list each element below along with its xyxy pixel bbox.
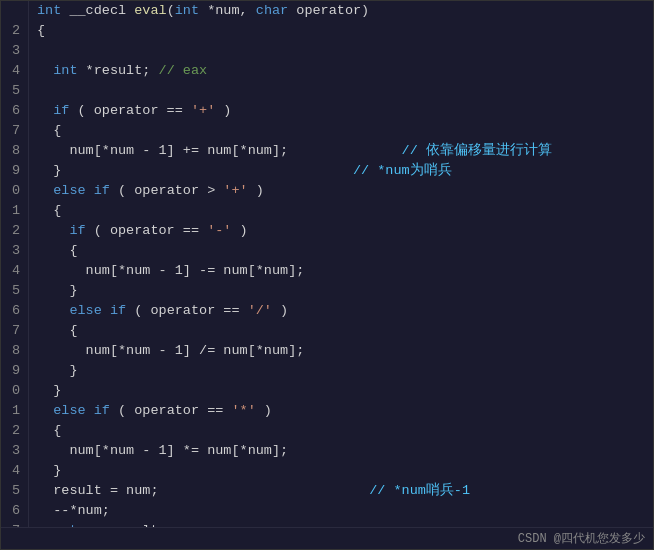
code-token: num[*num - 1] += num[*num]; xyxy=(37,141,288,161)
code-line xyxy=(37,81,653,101)
code-token: --*num; xyxy=(37,501,110,521)
code-token: } xyxy=(37,381,61,401)
line-number: 5 xyxy=(5,481,20,501)
code-token: int xyxy=(37,1,61,21)
code-token: { xyxy=(37,201,61,221)
code-token xyxy=(37,521,53,527)
code-token: num[*num - 1] /= num[*num]; xyxy=(37,341,304,361)
line-number: 9 xyxy=(5,361,20,381)
line-number: 5 xyxy=(5,281,20,301)
code-token: num[*num - 1] *= num[*num]; xyxy=(37,441,288,461)
code-token: result; xyxy=(102,521,167,527)
line-number: 7 xyxy=(5,121,20,141)
code-line: } xyxy=(37,381,653,401)
code-token: ) xyxy=(215,101,231,121)
line-number: 6 xyxy=(5,301,20,321)
line-number: 4 xyxy=(5,261,20,281)
code-line: { xyxy=(37,241,653,261)
code-line: else if ( operator == '/' ) xyxy=(37,301,653,321)
line-number: 1 xyxy=(5,401,20,421)
code-token: ) xyxy=(256,401,272,421)
line-number: 8 xyxy=(5,341,20,361)
code-line: } xyxy=(37,361,653,381)
code-line: int __cdecl eval(int *num, char operator… xyxy=(37,1,653,21)
code-token xyxy=(37,181,53,201)
line-number: 5 xyxy=(5,81,20,101)
code-line: { xyxy=(37,421,653,441)
code-line: { xyxy=(37,321,653,341)
line-number: 0 xyxy=(5,181,20,201)
code-line: int *result; // eax xyxy=(37,61,653,81)
code-token: ( operator == xyxy=(126,301,248,321)
code-line: num[*num - 1] -= num[*num]; xyxy=(37,261,653,281)
code-token: ( operator == xyxy=(69,101,191,121)
line-number: 2 xyxy=(5,221,20,241)
code-line: --*num; xyxy=(37,501,653,521)
code-container: 234567890123456789012345678 int __cdecl … xyxy=(0,0,654,550)
code-token xyxy=(37,301,69,321)
code-line: if ( operator == '-' ) xyxy=(37,221,653,241)
line-numbers: 234567890123456789012345678 xyxy=(1,1,29,527)
code-token: else if xyxy=(53,181,110,201)
code-token: result = num; xyxy=(37,481,159,501)
code-token: else if xyxy=(69,301,126,321)
line-number: 3 xyxy=(5,241,20,261)
code-token: // eax xyxy=(159,61,208,81)
code-token: '+' xyxy=(223,181,247,201)
code-token: *result; xyxy=(78,61,159,81)
code-token: { xyxy=(37,241,78,261)
line-number: 6 xyxy=(5,101,20,121)
code-token: ) xyxy=(272,301,288,321)
watermark: CSDN @四代机您发多少 xyxy=(1,527,653,549)
code-token: } xyxy=(37,461,61,481)
code-token: ( operator > xyxy=(110,181,223,201)
line-number: 2 xyxy=(5,421,20,441)
code-token: { xyxy=(37,121,61,141)
code-token xyxy=(37,61,53,81)
code-token: } xyxy=(37,361,78,381)
line-number: 0 xyxy=(5,381,20,401)
code-token: { xyxy=(37,21,45,41)
code-token: ( operator == xyxy=(110,401,232,421)
code-token: char xyxy=(256,1,288,21)
code-token: '*' xyxy=(231,401,255,421)
code-line: num[*num - 1] += num[*num]; // 依靠偏移量进行计算 xyxy=(37,141,653,161)
code-line: } // *num为哨兵 xyxy=(37,161,653,181)
line-number: 7 xyxy=(5,321,20,341)
code-token xyxy=(37,101,53,121)
line-number: 2 xyxy=(5,21,20,41)
code-line xyxy=(37,41,653,61)
code-token: ) xyxy=(248,181,264,201)
code-token: '/' xyxy=(248,301,272,321)
code-token: // 依靠偏移量进行计算 xyxy=(288,141,552,161)
code-token: '-' xyxy=(207,221,231,241)
code-token: __cdecl xyxy=(61,1,134,21)
line-number: 3 xyxy=(5,41,20,61)
code-token: } xyxy=(37,161,61,181)
code-line: result = num; // *num哨兵-1 xyxy=(37,481,653,501)
code-token: operator) xyxy=(288,1,369,21)
code-line: } xyxy=(37,281,653,301)
code-line: else if ( operator == '*' ) xyxy=(37,401,653,421)
line-number: 1 xyxy=(5,201,20,221)
code-token: // *num哨兵-1 xyxy=(159,481,471,501)
line-number: 3 xyxy=(5,441,20,461)
code-token: eval xyxy=(134,1,166,21)
code-token xyxy=(37,401,53,421)
code-line: num[*num - 1] *= num[*num]; xyxy=(37,441,653,461)
code-token: *num, xyxy=(199,1,256,21)
line-number: 4 xyxy=(5,61,20,81)
code-token: num[*num - 1] -= num[*num]; xyxy=(37,261,304,281)
code-token: return xyxy=(53,521,102,527)
code-line: { xyxy=(37,21,653,41)
code-token: ( operator == xyxy=(86,221,208,241)
line-number: 8 xyxy=(5,141,20,161)
line-number: 9 xyxy=(5,161,20,181)
line-number xyxy=(5,1,20,21)
code-line: { xyxy=(37,201,653,221)
code-token: else if xyxy=(53,401,110,421)
code-token: ) xyxy=(231,221,247,241)
code-token: if xyxy=(69,221,85,241)
code-line: else if ( operator > '+' ) xyxy=(37,181,653,201)
line-number: 6 xyxy=(5,501,20,521)
